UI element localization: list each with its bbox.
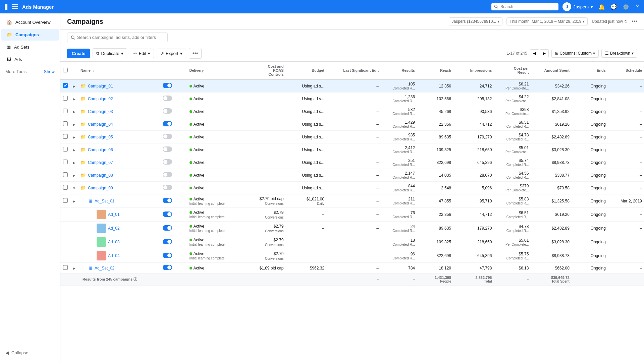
campaign-search-input[interactable] [77,35,164,40]
account-selector[interactable]: Jaspers (12345678910... ▾ [449,17,503,25]
row-checkbox[interactable] [63,185,68,190]
toggle-switch[interactable] [163,198,172,203]
footer-amount-spent: $39,649.72 Total Spent [531,274,571,286]
expand-icon[interactable]: ▶ [73,123,75,126]
page-more-icon[interactable]: ••• [632,18,637,24]
campaign-name-cell[interactable]: 📁Campaign_02 [80,96,159,101]
cost-roas-sub: Conversions [243,202,284,205]
toggle-switch[interactable] [163,108,172,114]
show-link[interactable]: Show [44,69,55,74]
toggle-switch[interactable] [163,172,172,177]
folder-icon: 📁 [80,83,86,88]
toggle-switch[interactable] [163,159,172,165]
breakdown-button[interactable]: ☰ Breakdown ▾ [601,49,637,58]
expand-icon[interactable]: ▶ [73,266,75,270]
toggle-switch[interactable] [163,83,172,88]
toggle-switch[interactable] [163,212,172,217]
results-cell: 105Completed R... [383,82,415,90]
sort-icon[interactable]: ↕ [93,68,95,72]
campaign-name-cell[interactable]: 📁Campaign_03 [80,109,159,114]
expand-icon[interactable]: ▶ [73,148,75,152]
toggle-switch[interactable] [163,121,172,126]
pagination-prev[interactable]: ◀ [530,49,539,57]
row-checkbox[interactable] [63,109,68,113]
export-button[interactable]: ↗ Export ▾ [157,49,186,58]
campaign-name-cell[interactable]: Ad_03 [97,237,159,247]
expand-icon[interactable]: ▼ [72,186,76,190]
results-cell: 96Completed R... [383,252,415,260]
sidebar-item-ad-sets[interactable]: ▦ Ad Sets [1,41,59,53]
row-checkbox[interactable] [63,172,68,177]
campaign-name-cell[interactable]: 📁Campaign_05 [80,134,159,139]
toggle-switch[interactable] [163,239,172,244]
campaign-name-cell[interactable]: ▦Ad_Set_02 [89,265,159,270]
campaign-name-cell[interactable]: 📁Campaign_08 [80,173,159,178]
updated-label: Updated just now ↻ [592,19,628,24]
toggle-switch[interactable] [163,265,172,270]
schedule-cell: – [608,235,644,249]
table-row: Ad_01ActiveInitial learning complete$2.7… [60,208,644,222]
toggle-switch[interactable] [163,253,172,258]
campaign-name-cell[interactable]: Ad_02 [97,224,159,233]
topbar-search-input[interactable] [500,4,556,9]
edit-button[interactable]: ✏ Edit ▾ [130,49,154,58]
results-sub: Completed R... [383,176,415,179]
date-range-label: This month: Mar 1, 2019 – Mar 28, 2019 [509,19,581,24]
campaign-name-cell[interactable]: Ad_01 [97,210,159,219]
expand-icon[interactable]: ▶ [73,110,75,114]
settings-icon[interactable]: ⚙️ [623,4,629,10]
campaign-name-cell[interactable]: 📁Campaign_04 [80,122,159,127]
refresh-icon[interactable]: ↻ [624,19,628,24]
sidebar-item-ads[interactable]: 🖼 Ads [1,54,59,65]
expand-icon[interactable]: ▶ [73,174,75,177]
toggle-switch[interactable] [163,225,172,231]
ad-sets-icon: ▦ [7,45,11,50]
row-checkbox[interactable] [63,160,68,164]
select-all-checkbox[interactable] [63,68,68,72]
more-actions-button[interactable]: ••• [189,48,202,59]
create-button[interactable]: Create [67,49,90,58]
date-selector[interactable]: This month: Mar 1, 2019 – Mar 28, 2019 ▾ [506,17,588,25]
cost-roas-value: $2.79 [243,210,284,215]
duplicate-button[interactable]: ⧉ Duplicate ▾ [93,48,127,58]
campaign-name-cell[interactable]: 📁Campaign_07 [80,160,159,165]
campaign-name-cell[interactable]: 📁Campaign_01 [80,83,159,88]
user-menu[interactable]: J Jaspers ▾ [562,2,593,11]
cpr-value: $6.13 [519,266,529,270]
sidebar-item-campaigns[interactable]: 📁 Campaigns [1,29,59,41]
toggle-switch[interactable] [163,134,172,139]
collapse-button[interactable]: ◀ Collapse [0,346,60,359]
chat-icon[interactable]: 💬 [610,4,617,10]
campaign-name-cell[interactable]: ▦Ad_Set_01 [89,198,159,203]
toggle-switch[interactable] [163,185,172,190]
row-checkbox[interactable] [63,83,68,88]
row-checkbox[interactable] [63,198,68,203]
help-icon[interactable]: ？ [635,3,640,10]
row-checkbox[interactable] [63,147,68,152]
row-checkbox[interactable] [63,134,68,139]
pagination-next[interactable]: ▶ [540,49,549,57]
row-checkbox[interactable] [63,121,68,126]
toggle-switch[interactable] [163,146,172,152]
expand-icon[interactable]: ▶ [73,161,75,165]
expand-icon[interactable]: ▶ [73,135,75,139]
row-checkbox[interactable] [63,96,68,101]
toggle-switch[interactable] [163,96,172,101]
sidebar-item-account-overview[interactable]: 🏠 Account Overview [1,16,59,28]
campaign-name-cell[interactable]: 📁Campaign_09 [80,185,159,190]
ends-cell: Ongoing [572,156,608,169]
columns-button[interactable]: ⊞ Columns: Custom ▾ [551,49,599,58]
row-checkbox[interactable] [63,265,68,270]
expand-icon[interactable]: ▶ [73,84,75,88]
topbar-title: Ads Manager [22,4,54,10]
expand-icon[interactable]: ▶ [73,199,75,203]
pagination-buttons: ◀ ▶ [530,49,549,57]
campaign-name-cell[interactable]: 📁Campaign_06 [80,147,159,152]
campaign-name-cell[interactable]: Ad_04 [97,251,159,260]
cpr-value: $5.74 [519,158,529,163]
cpr-value: $4.78 [519,224,529,229]
expand-icon[interactable]: ▶ [73,97,75,101]
col-name: Name [80,68,91,72]
menu-icon[interactable] [12,4,18,9]
notification-icon[interactable]: 🔔 [598,4,605,10]
